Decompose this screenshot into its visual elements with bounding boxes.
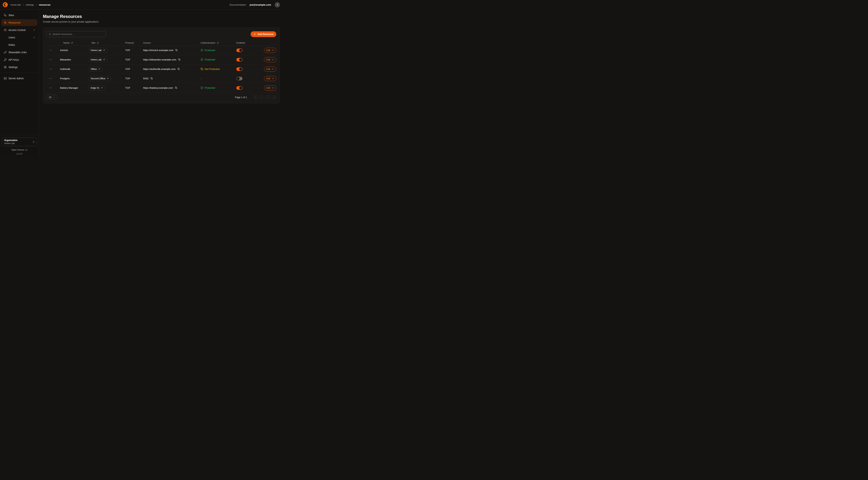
enabled-toggle[interactable]	[236, 58, 243, 62]
pager-controls: Page 1 of 1	[235, 95, 277, 100]
last-page-button[interactable]	[272, 95, 276, 100]
table-row: Battery Manager Edge 01 TCP https://batt…	[46, 83, 276, 93]
site-link[interactable]: Office	[88, 67, 103, 72]
row-menu-button[interactable]	[48, 86, 53, 90]
protocol: TCP	[125, 49, 143, 52]
organization-value: Home Lab	[4, 142, 18, 145]
edit-button[interactable]: Edit	[264, 76, 276, 81]
first-page-button[interactable]	[253, 95, 258, 100]
arrow-up-right-icon	[103, 59, 105, 61]
chevron-down-icon	[33, 29, 35, 31]
documentation-link[interactable]: Documentation	[229, 3, 246, 6]
protocol: TCP	[125, 87, 143, 89]
sidebar-item-resources[interactable]: Resources	[1, 19, 37, 26]
row-menu-button[interactable]	[48, 67, 53, 71]
site-link[interactable]: Second Office	[88, 76, 111, 81]
sidebar-footer: Organization Home Lab Open Source v1.3.0	[0, 134, 39, 157]
edit-button[interactable]: Edit	[264, 85, 276, 90]
table-row: Immich Home Lab TCP https://immich.examp…	[46, 46, 276, 55]
external-link-icon	[25, 149, 27, 151]
shell: Sites Resources Access Control	[0, 9, 284, 157]
copy-icon[interactable]	[178, 58, 181, 61]
arrow-right-icon	[272, 87, 274, 89]
sidebar-item-settings[interactable]: Settings	[1, 64, 37, 70]
copy-icon[interactable]	[150, 77, 153, 80]
avatar[interactable]: J	[275, 2, 280, 7]
chevrons-up-down-icon	[32, 141, 35, 143]
column-header-authentication[interactable]: Authentication	[200, 41, 236, 44]
topbar: home-lab settings resources Documentatio…	[0, 0, 284, 9]
arrow-right-icon	[272, 77, 274, 80]
site-link[interactable]: Home Lab	[88, 57, 107, 62]
access-url: https://battery.example.com	[143, 87, 173, 89]
copy-icon[interactable]	[175, 86, 178, 89]
previous-page-button[interactable]	[259, 95, 264, 100]
sidebar-item-users[interactable]: Users	[1, 34, 37, 41]
resource-name: Battery Manager	[60, 87, 88, 89]
toggle-knob	[239, 49, 242, 52]
copy-icon[interactable]	[177, 67, 180, 70]
breadcrumb-settings[interactable]: settings	[26, 3, 34, 6]
column-header-site[interactable]: Site	[88, 41, 125, 44]
sidebar-item-sites[interactable]: Sites	[1, 12, 37, 19]
sidebar-item-label: Resources	[8, 21, 21, 24]
open-source-link[interactable]: Open Source	[2, 149, 37, 151]
sidebar-item-label: Roles	[8, 43, 15, 46]
breadcrumb-resources[interactable]: resources	[39, 3, 51, 6]
chevron-right-icon	[35, 4, 38, 6]
pagination: 20 Page 1 of 1	[46, 95, 276, 100]
version-label: v1.3.0	[2, 153, 37, 155]
search-icon	[49, 33, 51, 35]
copy-icon[interactable]	[175, 49, 178, 52]
sidebar-item-label: Users	[8, 36, 15, 39]
topbar-right: Documentation joe@example.com J	[229, 2, 280, 7]
app-window: home-lab settings resources Documentatio…	[0, 0, 284, 157]
access-port: 5432	[143, 77, 149, 80]
gear-icon	[4, 66, 7, 69]
arrow-up-right-icon	[107, 78, 109, 80]
resource-name: Immich	[60, 49, 88, 52]
shield-check-icon	[200, 87, 203, 89]
column-header-name[interactable]: Name	[60, 41, 88, 44]
sidebar-item-shareable-links[interactable]: Shareable Links	[1, 49, 37, 56]
site-link[interactable]: Home Lab	[88, 48, 107, 53]
pangolin-logo[interactable]	[3, 2, 8, 7]
add-resource-button[interactable]: Add Resource	[251, 31, 276, 37]
row-menu-button[interactable]	[48, 77, 53, 81]
page-size-select[interactable]: 20	[46, 95, 57, 100]
page-title: Manage Resources	[43, 14, 280, 19]
plus-icon	[253, 33, 256, 35]
sidebar-item-roles[interactable]: Roles	[1, 41, 37, 48]
edit-button[interactable]: Edit	[264, 48, 276, 53]
search-input[interactable]	[53, 33, 104, 35]
access-url: https://immich.example.com	[143, 49, 173, 52]
resource-name: Postgres	[60, 77, 88, 80]
edit-button[interactable]: Edit	[264, 57, 276, 62]
site-link[interactable]: Edge 01	[88, 85, 105, 90]
table-row: Authentik Office TCP https://authentik.e…	[46, 64, 276, 74]
auth-status: Not Protected	[200, 68, 236, 70]
enabled-toggle[interactable]	[236, 49, 243, 52]
access-url: https://bitwarden.example.com	[143, 58, 176, 61]
enabled-toggle[interactable]	[236, 67, 243, 71]
chevron-down-icon	[53, 96, 55, 98]
column-header-protocol: Protocol	[125, 41, 143, 44]
sidebar-item-access-control[interactable]: Access Control	[1, 27, 37, 33]
user-email-button[interactable]: joe@example.com	[250, 3, 271, 6]
edit-button[interactable]: Edit	[264, 67, 276, 72]
sidebar-item-server-admin[interactable]: Server Admin	[1, 75, 37, 82]
enabled-toggle[interactable]	[236, 86, 243, 90]
sites-icon	[4, 14, 7, 17]
shield-check-icon	[200, 58, 203, 61]
breadcrumb-home-lab[interactable]: home-lab	[10, 3, 21, 6]
row-menu-button[interactable]	[48, 58, 53, 62]
organization-selector[interactable]: Organization Home Lab	[2, 138, 37, 146]
users-icon	[4, 29, 7, 31]
table-header: Name Site Protocol Access Auth	[46, 40, 276, 46]
next-page-button[interactable]	[266, 95, 270, 100]
sidebar-item-label: Shareable Links	[8, 51, 27, 54]
enabled-toggle[interactable]	[236, 77, 243, 80]
sidebar-item-api-keys[interactable]: API Keys	[1, 56, 37, 63]
row-menu-button[interactable]	[48, 48, 53, 52]
page-subtitle: Create secure proxies to your private ap…	[43, 20, 280, 23]
